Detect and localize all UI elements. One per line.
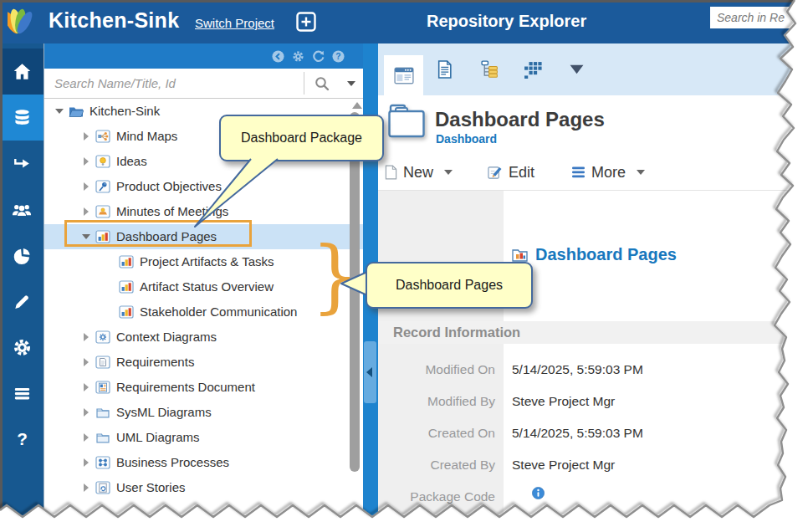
tree-search-input[interactable]	[44, 69, 304, 98]
tab-grid[interactable]	[518, 55, 548, 84]
field-value: Steve Project Mgr	[512, 391, 615, 412]
sidebar-item-database[interactable]	[0, 95, 43, 141]
gear-icon[interactable]	[292, 50, 304, 63]
field-label: Modified On	[378, 360, 504, 380]
field-value: 5/14/2025, 5:59:03 PM	[512, 360, 643, 380]
edit-button[interactable]: Edit	[488, 164, 534, 182]
expander-collapsed-icon[interactable]	[81, 483, 91, 493]
hierarchy-icon	[480, 60, 499, 79]
tabs-overflow-caret[interactable]	[561, 55, 591, 84]
idea-icon	[95, 155, 110, 168]
sidebar-item-menu[interactable]	[0, 371, 43, 417]
sidebar-item-gear[interactable]	[0, 325, 43, 371]
content-link-row: Dashboard Pages	[512, 245, 677, 264]
tree-item-label: UML Diagrams	[116, 425, 199, 450]
detail-toolbar: New Edit	[385, 161, 645, 184]
tree-item-context-diagrams[interactable]: Context Diagrams	[44, 325, 363, 350]
record-information-heading: Record Information	[393, 325, 520, 340]
tree-item-label: Dashboard Pages	[116, 224, 217, 249]
sidebar-item-pencil[interactable]	[0, 279, 43, 325]
tree-item-user-stories[interactable]: User Stories	[44, 475, 363, 500]
tree-item-product-objectives[interactable]: Product Objectives	[44, 174, 363, 199]
new-button[interactable]: New	[385, 164, 453, 182]
repository-search-input[interactable]	[710, 7, 808, 28]
switch-project-link[interactable]: Switch Project	[195, 16, 274, 30]
tree-panel-header: ?	[44, 43, 363, 69]
tree-item-business-processes[interactable]: Business Processes	[44, 450, 363, 475]
process-icon	[95, 456, 110, 469]
sidebar-item-arrow-right[interactable]	[0, 141, 43, 187]
screenshot-border	[0, 0, 801, 3]
expander-collapsed-icon[interactable]	[81, 182, 91, 192]
expander-collapsed-icon[interactable]	[81, 407, 91, 417]
refresh-icon[interactable]	[312, 50, 325, 63]
expander-collapsed-icon[interactable]	[81, 332, 91, 342]
meeting-icon	[95, 205, 110, 218]
expander-collapsed-icon[interactable]	[81, 156, 91, 166]
more-button[interactable]: More	[571, 164, 645, 182]
tree-item-label: Mind Maps	[116, 124, 177, 149]
grid-icon	[524, 61, 542, 79]
expander-collapsed-icon[interactable]	[81, 357, 91, 367]
scroll-up-icon[interactable]	[352, 102, 362, 109]
expander-collapsed-icon[interactable]	[81, 382, 91, 392]
tree-item-label: Product Objectives	[116, 174, 222, 199]
add-button[interactable]	[296, 12, 316, 32]
expander-collapsed-icon[interactable]	[81, 131, 91, 141]
caret-icon	[569, 64, 585, 75]
help-icon[interactable]: ?	[332, 50, 345, 63]
detail-tabstrip	[378, 43, 808, 95]
callout-dashboard-package-label: Dashboard Package	[241, 130, 362, 146]
tree-item-label: Requirements Document	[116, 375, 255, 400]
tree-item-uml-diagrams[interactable]: UML Diagrams	[44, 425, 363, 450]
expander-collapsed-icon[interactable]	[81, 432, 91, 442]
edit-button-label: Edit	[509, 164, 534, 182]
tree-item-requirements-document[interactable]: Requirements Document	[44, 375, 363, 400]
field-value	[512, 487, 545, 499]
top-bar: Kitchen-Sink Switch Project Repository E…	[0, 0, 808, 43]
expander-expanded-icon[interactable]	[54, 106, 64, 116]
expander-collapsed-icon[interactable]	[81, 207, 91, 217]
bar-chart-icon	[95, 230, 110, 243]
folder-icon	[95, 406, 110, 419]
tree-item-stakeholder-communication[interactable]: Stakeholder Communication	[44, 299, 363, 325]
expander-expanded-icon[interactable]	[81, 232, 91, 242]
record-field-modified-by: Modified BySteve Project Mgr	[378, 391, 808, 423]
tab-document[interactable]	[429, 55, 459, 84]
tree-item-label: Context Diagrams	[116, 325, 217, 350]
tree-item-project-artifacts-tasks[interactable]: Project Artifacts & Tasks	[44, 249, 363, 274]
sidebar-item-help[interactable]: ?	[0, 417, 43, 463]
folder-open-icon	[69, 105, 84, 118]
new-page-icon	[385, 165, 397, 180]
tree-item-label: Kitchen-Sink	[89, 99, 160, 124]
tree-item-minutes-of-meetings[interactable]: Minutes of Meetings	[44, 199, 363, 224]
tab-window[interactable]	[384, 55, 423, 95]
search-icon[interactable]	[304, 69, 340, 98]
sidebar-item-users[interactable]	[0, 187, 43, 233]
tree-scrollbar[interactable]	[350, 112, 360, 472]
user-story-icon	[95, 481, 110, 494]
info-icon[interactable]	[532, 487, 545, 499]
tree-item-dashboard-pages[interactable]: Dashboard Pages	[44, 224, 363, 249]
tree-item-label: Artifact Status Overview	[140, 274, 274, 299]
search-options-caret[interactable]	[340, 69, 363, 98]
sidebar-item-home[interactable]	[0, 49, 43, 95]
tree-item-requirements[interactable]: Requirements	[44, 350, 363, 375]
tab-hierarchy[interactable]	[474, 55, 504, 84]
pin-icon	[95, 180, 110, 193]
back-icon[interactable]	[272, 50, 284, 63]
callout-dashboard-pages-label: Dashboard Pages	[396, 278, 503, 293]
tree-item-label: User Stories	[116, 475, 186, 500]
dashboard-pages-link[interactable]: Dashboard Pages	[535, 245, 677, 264]
tree-item-sysml-diagrams[interactable]: SysML Diagrams	[44, 400, 363, 425]
app-logo-icon	[8, 4, 43, 39]
sidebar-item-pie-chart[interactable]	[0, 233, 43, 279]
arrow-right-icon	[13, 155, 31, 173]
splitter-collapse-handle[interactable]	[364, 341, 376, 403]
expander-collapsed-icon[interactable]	[81, 458, 91, 468]
more-button-label: More	[591, 164, 626, 182]
gear-icon	[13, 338, 32, 357]
tree-item-artifact-status-overview[interactable]: Artifact Status Overview	[44, 274, 363, 299]
record-information-band: Record Information	[378, 321, 808, 344]
record-field-created-by: Created BySteve Project Mgr	[378, 455, 808, 487]
